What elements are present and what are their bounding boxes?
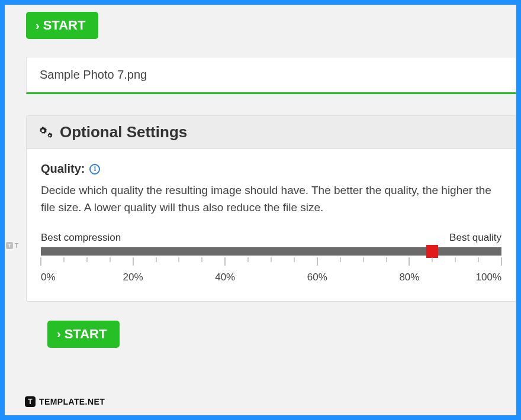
tick-minor <box>110 257 110 262</box>
t-badge-icon: T <box>6 242 13 249</box>
quality-row: Quality: i <box>41 162 501 176</box>
settings-header: Optional Settings <box>27 116 516 149</box>
t-badge-icon: T <box>25 396 36 407</box>
quality-slider-track[interactable] <box>41 247 501 256</box>
tick-major <box>225 257 226 266</box>
quality-label: Quality: <box>41 162 85 176</box>
slider-end-labels: Best compression Best quality <box>41 232 501 244</box>
tick-minor <box>202 257 202 262</box>
start-button-top[interactable]: › START <box>26 12 98 39</box>
chevron-right-icon: › <box>57 327 61 341</box>
tick-minor <box>340 257 340 262</box>
quality-slider-thumb[interactable] <box>426 245 438 258</box>
tick-label: 100% <box>476 272 501 283</box>
watermark-text: TEMPLATE.NET <box>39 397 105 406</box>
tick-minor <box>86 257 87 262</box>
app-frame: › START Sample Photo 7.png Optional Sett… <box>0 0 521 420</box>
tick-minor <box>271 257 272 262</box>
settings-body: Quality: i Decide which quality the resu… <box>27 149 516 301</box>
tick-minor <box>478 257 479 262</box>
slider-ticks <box>41 257 501 270</box>
gears-icon <box>37 125 54 140</box>
tick-label: 20% <box>123 272 143 283</box>
slider-left-label: Best compression <box>41 232 121 244</box>
tick-minor <box>156 257 156 262</box>
start-button-bottom[interactable]: › START <box>47 321 120 348</box>
svg-point-0 <box>41 129 44 132</box>
svg-point-1 <box>49 134 50 136</box>
tick-minor <box>248 257 249 262</box>
tick-label: 0% <box>41 272 56 283</box>
start-button-bottom-label: START <box>65 327 107 342</box>
start-button-top-label: START <box>43 18 86 33</box>
slider-right-label: Best quality <box>449 232 501 244</box>
tick-minor <box>363 257 364 262</box>
optional-settings-card: Optional Settings Quality: i Decide whic… <box>26 115 516 302</box>
slider-tick-labels: 0%20%40%60%80%100% <box>41 272 501 285</box>
tick-major <box>409 257 410 266</box>
tick-major <box>317 257 317 266</box>
tick-minor <box>432 257 433 262</box>
tick-major <box>41 257 41 266</box>
tick-label: 40% <box>215 272 235 283</box>
quality-description: Decide which quality the resulting image… <box>41 182 501 217</box>
tick-minor <box>386 257 387 262</box>
tick-label: 80% <box>399 272 419 283</box>
settings-title: Optional Settings <box>60 123 187 141</box>
tick-minor <box>455 257 456 262</box>
chevron-right-icon: › <box>36 19 40 33</box>
tick-label: 60% <box>307 272 327 283</box>
watermark-faded-text: T <box>15 243 18 249</box>
filename-text: Sample Photo 7.png <box>40 68 147 81</box>
tick-minor <box>179 257 179 262</box>
tick-major <box>501 257 502 266</box>
watermark-faded: T T <box>6 242 18 249</box>
tick-major <box>133 257 133 266</box>
info-icon[interactable]: i <box>89 164 100 175</box>
filename-display: Sample Photo 7.png <box>26 57 516 94</box>
tick-minor <box>294 257 294 262</box>
tick-minor <box>63 257 64 262</box>
watermark: T TEMPLATE.NET <box>25 396 105 407</box>
